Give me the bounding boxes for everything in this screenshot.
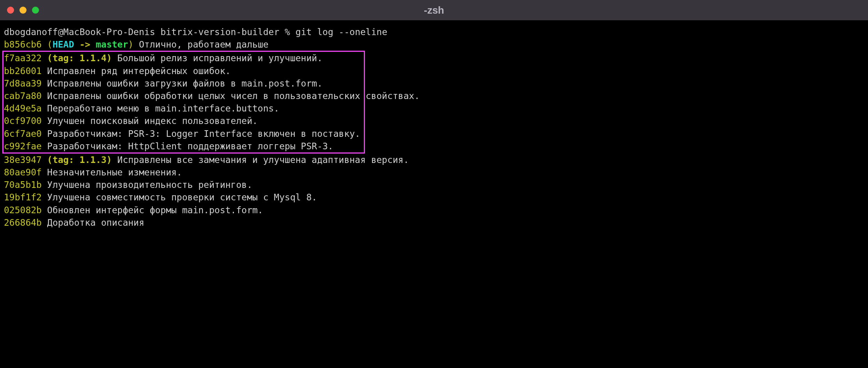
commit-hash: 266864b: [4, 218, 42, 228]
commit-hash: f7aa322: [4, 53, 42, 63]
commit-msg: Обновлен интерфейс формы main.post.form.: [42, 205, 263, 215]
commit-hash: 19bf1f2: [4, 192, 42, 202]
commit-msg: Исправлен ряд интерфейсных ошибок.: [42, 66, 231, 76]
git-log-line: 7d8aa39 Исправлены ошибки загрузки файло…: [4, 77, 364, 90]
maximize-icon[interactable]: [32, 7, 39, 14]
ref-close: ): [128, 39, 134, 50]
commit-msg: Улучшена совместимость проверки системы …: [42, 192, 317, 202]
git-log-line: 80ae90f Незначительные изменения.: [4, 166, 864, 179]
commit-msg: Отлично, работаем дальше: [133, 39, 268, 50]
prompt-line: dbogdanoff@MacBook-Pro-Denis bitrix-vers…: [4, 26, 864, 38]
git-log-line: 025082b Обновлен интерфейс формы main.po…: [4, 204, 864, 216]
git-log-line: 38e3947 (tag: 1.1.3) Исправлены все заме…: [4, 154, 864, 166]
commit-hash: cab7a80: [4, 91, 42, 101]
git-log-line: 0cf9700 Улучшен поисковый индекс пользов…: [4, 115, 364, 127]
commit-hash: c992fae: [4, 141, 42, 151]
commit-hash: 80ae90f: [4, 167, 42, 177]
git-log-line: 70a5b1b Улучшена производительность рейт…: [4, 179, 864, 191]
commit-msg: Переработано меню в main.interface.butto…: [42, 103, 279, 113]
commit-hash: 4d49e5a: [4, 103, 42, 113]
commit-hash: 025082b: [4, 205, 42, 215]
head-ref: HEAD: [53, 39, 74, 50]
git-log-line: c992fae Разработчикам: HttpClient поддер…: [4, 140, 364, 152]
commit-msg: Исправлены ошибки обработки целых чисел …: [42, 91, 420, 101]
tag-ref: (tag: 1.1.3): [47, 155, 112, 165]
traffic-lights: [7, 7, 39, 14]
git-log-line: 19bf1f2 Улучшена совместимость проверки …: [4, 191, 864, 203]
git-log-line: bb26001 Исправлен ряд интерфейсных ошибо…: [4, 65, 364, 77]
git-log-line: cab7a80 Исправлены ошибки обработки целы…: [4, 90, 364, 102]
commit-hash: b856cb6: [4, 39, 42, 50]
git-log-line: f7aa322 (tag: 1.1.4) Большой релиз испра…: [4, 52, 364, 64]
git-log-line: 4d49e5a Переработано меню в main.interfa…: [4, 102, 364, 115]
close-icon[interactable]: [7, 7, 14, 14]
terminal-output[interactable]: dbogdanoff@MacBook-Pro-Denis bitrix-vers…: [0, 20, 868, 229]
minimize-icon[interactable]: [19, 7, 27, 14]
commit-msg: Разработчикам: PSR-3: Logger Interface в…: [42, 129, 360, 139]
git-log-line-head: b856cb6 (HEAD -> master) Отлично, работа…: [4, 38, 864, 51]
commit-msg: Улучшен поисковый индекс пользователей.: [42, 116, 258, 126]
highlight-box: f7aa322 (tag: 1.1.4) Большой релиз испра…: [2, 51, 365, 154]
commit-msg: Доработка описания: [42, 218, 144, 228]
git-log-line: 6cf7ae0 Разработчикам: PSR-3: Logger Int…: [4, 127, 364, 140]
commit-hash: bb26001: [4, 66, 42, 76]
ref-arrow: ->: [74, 39, 96, 50]
commit-msg: Исправлены ошибки загрузки файлов в main…: [42, 78, 322, 88]
git-log-line: 266864b Доработка описания: [4, 216, 864, 229]
commit-msg: Большой релиз исправлений и улучшений.: [112, 53, 322, 63]
commit-msg: Незначительные изменения.: [42, 167, 182, 177]
tag-ref: (tag: 1.1.4): [47, 53, 112, 63]
commit-hash: 38e3947: [4, 155, 42, 165]
commit-hash: 6cf7ae0: [4, 129, 42, 139]
commit-hash: 0cf9700: [4, 116, 42, 126]
window-title: -zsh: [424, 3, 444, 17]
ref-open: (: [47, 39, 53, 50]
branch-ref: master: [96, 39, 128, 50]
commit-hash: 7d8aa39: [4, 78, 42, 88]
commit-msg: Разработчикам: HttpClient поддерживает л…: [42, 141, 333, 151]
titlebar: -zsh: [0, 0, 868, 20]
prompt-user: dbogdanoff@MacBook-Pro-Denis bitrix-vers…: [4, 27, 387, 37]
commit-msg: Улучшена производительность рейтингов.: [42, 180, 252, 190]
commit-hash: 70a5b1b: [4, 180, 42, 190]
commit-msg: Исправлены все замечания и улучшена адап…: [112, 155, 409, 165]
